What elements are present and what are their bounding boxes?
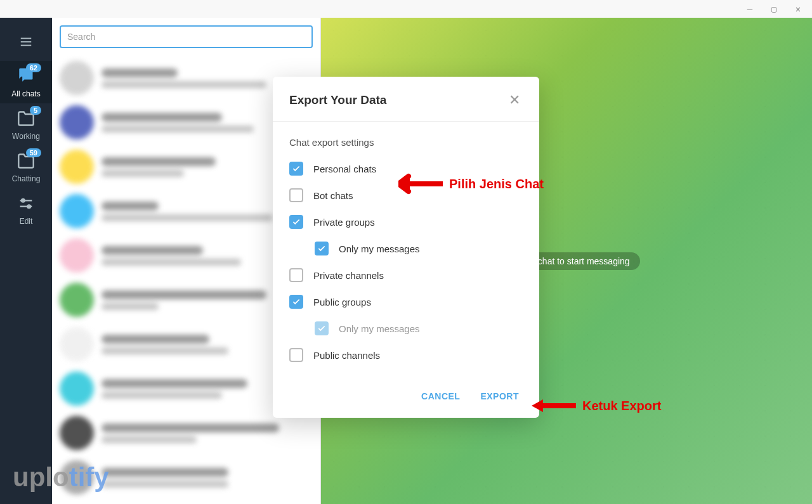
hamburger-menu-button[interactable]: [13, 29, 39, 55]
settings-slider-icon: [17, 195, 35, 212]
tab-chatting[interactable]: 59 Chatting: [0, 146, 52, 188]
export-data-modal: Export Your Data ✕ Chat export settings …: [273, 77, 539, 418]
badge-working: 5: [30, 106, 41, 115]
checkbox-public-channels[interactable]: Public channels: [289, 342, 523, 368]
tab-all-chats[interactable]: 62 All chats: [0, 61, 52, 103]
minimize-icon[interactable]: —: [741, 3, 759, 15]
checkbox-bot-chats[interactable]: Bot chats: [289, 182, 523, 209]
checkbox-public-groups[interactable]: Public groups: [289, 288, 523, 315]
checkbox-private-groups[interactable]: Private groups: [289, 209, 523, 235]
checkbox-label: Private channels: [313, 270, 384, 281]
checkbox-label: Private groups: [313, 217, 375, 228]
checkbox-icon: [289, 162, 303, 176]
tab-label: Chatting: [12, 174, 41, 183]
badge-chatting: 59: [26, 148, 41, 157]
export-button[interactable]: EXPORT: [478, 387, 521, 405]
checkbox-icon: [315, 242, 329, 255]
tab-label: Working: [12, 132, 40, 141]
checkbox-personal-chats[interactable]: Personal chats: [289, 155, 523, 182]
tab-label: Edit: [20, 217, 33, 226]
hamburger-icon: [19, 35, 33, 49]
maximize-icon[interactable]: ▢: [765, 3, 783, 15]
checkbox-icon: [289, 295, 303, 309]
modal-title: Export Your Data: [289, 93, 386, 107]
search-input[interactable]: [60, 25, 313, 48]
close-icon[interactable]: ✕: [506, 91, 523, 110]
section-title: Chat export settings: [289, 137, 523, 148]
cancel-button[interactable]: CANCEL: [419, 387, 462, 405]
checkbox-icon: [289, 268, 303, 282]
close-window-icon[interactable]: ✕: [789, 3, 807, 15]
window-titlebar: — ▢ ✕: [0, 0, 812, 18]
tab-edit[interactable]: Edit: [0, 188, 52, 231]
checkbox-private-channels[interactable]: Private channels: [289, 262, 523, 288]
checkbox-icon: [289, 348, 303, 362]
checkbox-label: Public groups: [313, 297, 371, 307]
checkbox-icon: [289, 188, 303, 202]
tab-label: All chats: [11, 89, 40, 98]
checkbox-label: Bot chats: [313, 190, 353, 201]
checkbox-icon: [315, 321, 329, 335]
watermark: uplotify: [13, 462, 109, 493]
checkbox-icon: [289, 215, 303, 229]
checkbox-only-my-messages-2[interactable]: Only my messages: [289, 315, 523, 342]
checkbox-only-my-messages-1[interactable]: Only my messages: [289, 235, 523, 262]
checkbox-label: Public channels: [313, 350, 380, 361]
checkbox-label: Only my messages: [339, 323, 420, 334]
checkbox-label: Personal chats: [313, 164, 376, 174]
checkbox-label: Only my messages: [339, 243, 420, 254]
left-sidebar: 62 All chats 5 Working 59 Chatting Edit: [0, 18, 52, 504]
badge-all-chats: 62: [26, 63, 41, 72]
tab-working[interactable]: 5 Working: [0, 103, 52, 146]
